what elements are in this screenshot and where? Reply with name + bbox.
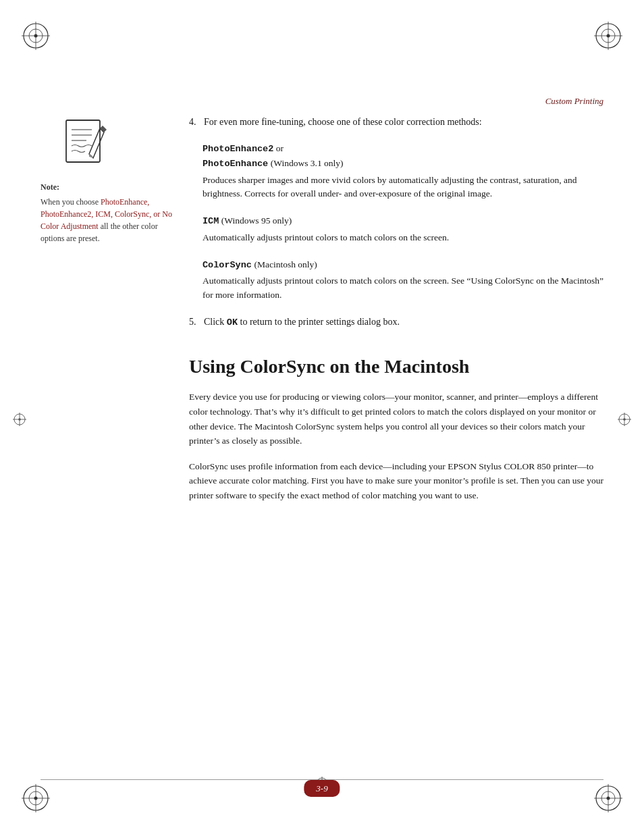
section-para-2: ColorSync uses profile information from …: [189, 459, 603, 503]
method-photoenhance-title: PhotoEnhance2 or PhotoEnhance (Windows 3…: [203, 141, 603, 172]
method-icm-title: ICM (Windows 95 only): [203, 213, 603, 228]
svg-point-27: [623, 418, 626, 421]
page: Custom Printing: [0, 0, 644, 834]
photoenhance-or: or: [276, 143, 284, 153]
note-text: Note: When you choose PhotoEnhance, Phot…: [41, 181, 182, 244]
corner-mark-bl: [19, 781, 53, 815]
page-number: 3-9: [304, 780, 340, 798]
svg-point-19: [607, 797, 610, 800]
photoenhance2-mono: PhotoEnhance2: [203, 144, 273, 154]
colorsync-platform: (Macintosh only): [254, 259, 317, 269]
photoenhance-mono: PhotoEnhance: [203, 159, 268, 169]
left-note-column: Note: When you choose PhotoEnhance, Phot…: [41, 115, 182, 244]
photoenhance-platform: (Windows 3.1 only): [271, 158, 344, 168]
right-main-column: 4. For even more fine-tuning, choose one…: [189, 115, 603, 503]
method-photoenhance: PhotoEnhance2 or PhotoEnhance (Windows 3…: [203, 141, 603, 201]
icm-mono: ICM: [203, 216, 219, 226]
corner-mark-br: [591, 781, 625, 815]
colorsync-mono: ColorSync: [203, 260, 252, 270]
method-colorsync: ColorSync (Macintosh only) Automatically…: [203, 257, 603, 303]
content-area: Note: When you choose PhotoEnhance, Phot…: [41, 115, 603, 514]
page-header-title: Custom Printing: [545, 95, 603, 108]
icm-platform: (Windows 95 only): [221, 215, 292, 226]
photoenhance-desc: Produces sharper images and more vivid c…: [203, 174, 603, 202]
step-5-ok: OK: [227, 317, 238, 328]
method-colorsync-title: ColorSync (Macintosh only): [203, 257, 603, 272]
note-label: Note:: [41, 181, 182, 193]
step-5-text-end: to return to the printer settings dialog…: [238, 317, 400, 327]
side-mark-right-mid: [617, 412, 632, 431]
section-heading: Using ColorSync on the Macintosh: [189, 355, 603, 378]
note-body-start: When you choose: [41, 197, 101, 207]
corner-mark-tr: [591, 19, 625, 53]
step-4-intro: For even more fine-tuning, choose one of…: [204, 117, 482, 127]
step-5-number: 5.: [189, 317, 196, 327]
colorsync-desc: Automatically adjusts printout colors to…: [203, 274, 603, 303]
svg-point-14: [34, 797, 38, 800]
step-5-text-start: Click: [204, 317, 227, 327]
section-para-1: Every device you use for producing or vi…: [189, 390, 603, 448]
svg-point-23: [18, 418, 21, 421]
side-mark-left-mid: [12, 412, 27, 431]
icm-desc: Automatically adjusts printout colors to…: [203, 231, 603, 245]
step-4: 4. For even more fine-tuning, choose one…: [189, 115, 603, 129]
method-icm: ICM (Windows 95 only) Automatically adju…: [203, 213, 603, 244]
step-5: 5. Click OK to return to the printer set…: [189, 315, 603, 330]
svg-point-4: [34, 34, 38, 38]
step-4-number: 4.: [189, 117, 196, 127]
corner-mark-tl: [19, 19, 53, 53]
svg-point-9: [607, 34, 610, 38]
note-icon: [54, 115, 115, 176]
